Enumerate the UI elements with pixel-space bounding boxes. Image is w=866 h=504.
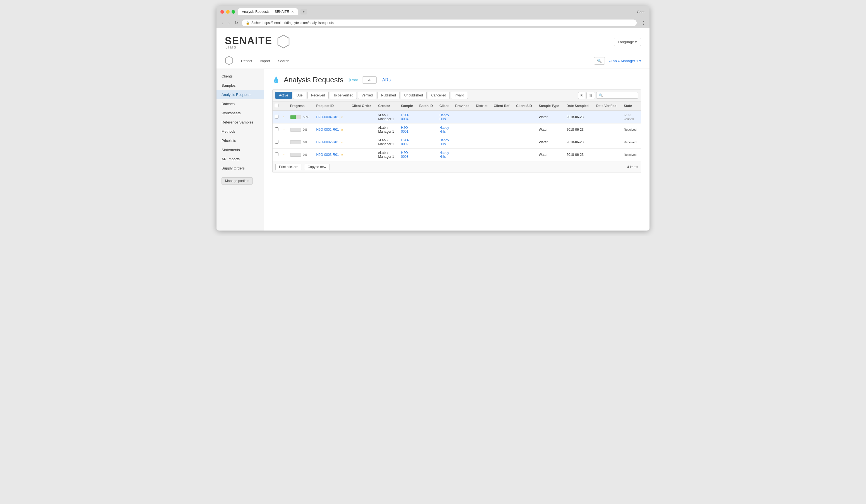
delete-icon-button[interactable]: 🗑 [587, 92, 595, 99]
browser-menu-icon[interactable]: ⋮ [641, 20, 646, 26]
tab-published[interactable]: Published [377, 92, 400, 99]
row-state-cell: Received [622, 136, 641, 149]
minimize-traffic-light[interactable] [226, 10, 230, 14]
col-header-batch-id: Batch ID [417, 102, 437, 111]
col-header-request-id: Request ID [314, 102, 349, 111]
sample-link[interactable]: H2O-0004 [401, 113, 409, 121]
print-stickers-button[interactable]: Print stickers [275, 164, 302, 170]
secure-icon: 🔒 [246, 21, 250, 25]
add-link[interactable]: ⊕ Add [347, 77, 358, 82]
row-progress-cell: 50% [288, 111, 314, 124]
row-checkbox[interactable] [275, 127, 278, 131]
close-traffic-light[interactable] [220, 10, 224, 14]
progress-bar-container: 0% [290, 153, 312, 157]
reload-button[interactable]: ↻ [233, 20, 240, 26]
sample-link[interactable]: H2O-0001 [401, 126, 409, 134]
logo-title: SENAITE [225, 35, 272, 47]
tab-invalid[interactable]: Invalid [451, 92, 468, 99]
progress-label: 0% [303, 128, 308, 131]
sidebar-item-samples[interactable]: Samples [216, 81, 264, 90]
row-priority-cell: ↑ [281, 111, 288, 124]
add-plus-icon: ⊕ [347, 77, 351, 82]
client-link[interactable]: HappyHills [440, 151, 449, 159]
svg-marker-1 [225, 56, 233, 65]
sidebar-item-pricelists[interactable]: Pricelists [216, 136, 264, 145]
forward-button[interactable]: › [227, 20, 231, 26]
client-link[interactable]: HappyHills [440, 126, 449, 134]
progress-label: 0% [303, 140, 308, 144]
row-client-order-cell [349, 136, 376, 149]
tab-active[interactable]: Active [275, 92, 292, 99]
tab-unpublished[interactable]: Unpublished [401, 92, 426, 99]
sidebar-item-reference-samples[interactable]: Reference Samples [216, 118, 264, 127]
nav-search[interactable]: Search [278, 59, 289, 63]
row-client-ref-cell [491, 124, 514, 136]
col-header-priority [281, 102, 288, 111]
user-nav-label[interactable]: »Lab » Manager 1 ▾ [609, 59, 641, 63]
sidebar-item-supply-orders[interactable]: Supply Orders [216, 164, 264, 173]
row-client-order-cell [349, 124, 376, 136]
search-button[interactable]: 🔍 [594, 57, 605, 65]
row-checkbox[interactable] [275, 115, 278, 118]
sidebar-item-statements[interactable]: Statements [216, 145, 264, 154]
back-button[interactable]: ‹ [220, 20, 225, 26]
sidebar-item-analysis-requests[interactable]: Analysis Requests [216, 90, 264, 99]
sample-link[interactable]: H2O-0003 [401, 151, 409, 159]
browser-tab[interactable]: Analysis Requests — SENAITE ✕ [238, 8, 298, 15]
manage-portlets-button[interactable]: Manage portlets [222, 177, 253, 185]
browser-addressbar: ‹ › ↻ 🔒 Sicher https://senaite.ridingbyt… [216, 18, 650, 28]
progress-bar-container: 0% [290, 128, 312, 131]
row-batch-cell [417, 136, 437, 149]
tab-due[interactable]: Due [293, 92, 306, 99]
select-all-checkbox[interactable] [275, 104, 278, 107]
address-bar[interactable]: 🔒 Sicher https://senaite.ridingbytes.com… [242, 20, 637, 26]
warning-icon: ⚠ [341, 115, 343, 119]
count-input[interactable] [362, 76, 377, 84]
col-header-client: Client [437, 102, 453, 111]
copy-to-new-button[interactable]: Copy to new [304, 164, 330, 170]
row-date-sampled-cell: 2018-06-23 [564, 136, 594, 149]
request-id-link[interactable]: H2O-0003-R01 [316, 153, 339, 157]
sidebar-item-ar-imports[interactable]: AR Imports [216, 154, 264, 164]
new-tab-button[interactable]: + [300, 9, 307, 14]
request-id-link[interactable]: H2O-0001-R01 [316, 128, 339, 131]
row-sample-type-cell: Water [536, 124, 564, 136]
table-search-input[interactable] [596, 92, 638, 99]
nav-import[interactable]: Import [260, 59, 270, 63]
sidebar-item-worksheets[interactable]: Worksheets [216, 108, 264, 118]
language-button[interactable]: Language ▾ [614, 38, 641, 46]
client-link[interactable]: HappyHills [440, 138, 449, 146]
maximize-traffic-light[interactable] [232, 10, 235, 14]
row-province-cell [453, 149, 474, 161]
row-checkbox-cell [273, 136, 281, 149]
warning-icon: ⚠ [341, 153, 343, 157]
row-checkbox[interactable] [275, 140, 278, 144]
row-request-id-cell: H2O-0003-R01 ⚠ [314, 149, 349, 161]
row-checkbox[interactable] [275, 152, 278, 156]
tab-received[interactable]: Received [308, 92, 329, 99]
tab-cancelled[interactable]: Cancelled [428, 92, 450, 99]
sidebar-item-methods[interactable]: Methods [216, 127, 264, 136]
sidebar-item-clients[interactable]: Clients [216, 72, 264, 81]
table-footer: Print stickers Copy to new 4 Items [273, 161, 641, 173]
sidebar-item-batches[interactable]: Batches [216, 99, 264, 108]
progress-bar-container: 50% [290, 115, 312, 119]
browser-titlebar: Analysis Requests — SENAITE ✕ + Gast [216, 5, 650, 18]
ars-link[interactable]: ARs [382, 78, 391, 82]
row-district-cell [474, 111, 491, 124]
logo-text-group: SENAITE LIMS [225, 35, 272, 49]
client-link[interactable]: HappyHills [440, 113, 449, 121]
request-id-link[interactable]: H2O-0002-R01 [316, 140, 339, 144]
copy-icon-button[interactable]: ⎘ [578, 92, 585, 99]
row-sample-type-cell: Water [536, 136, 564, 149]
tab-to-be-verified[interactable]: To be verified [330, 92, 357, 99]
state-badge: Received [624, 153, 637, 157]
nav-report[interactable]: Report [241, 59, 252, 63]
sample-link[interactable]: H2O-0002 [401, 138, 409, 146]
col-header-progress: Progress [288, 102, 314, 111]
tab-close-icon[interactable]: ✕ [291, 10, 294, 14]
row-batch-cell [417, 124, 437, 136]
tab-verified[interactable]: Verified [358, 92, 376, 99]
row-progress-cell: 0% [288, 149, 314, 161]
request-id-link[interactable]: H2O-0004-R01 [316, 115, 339, 119]
